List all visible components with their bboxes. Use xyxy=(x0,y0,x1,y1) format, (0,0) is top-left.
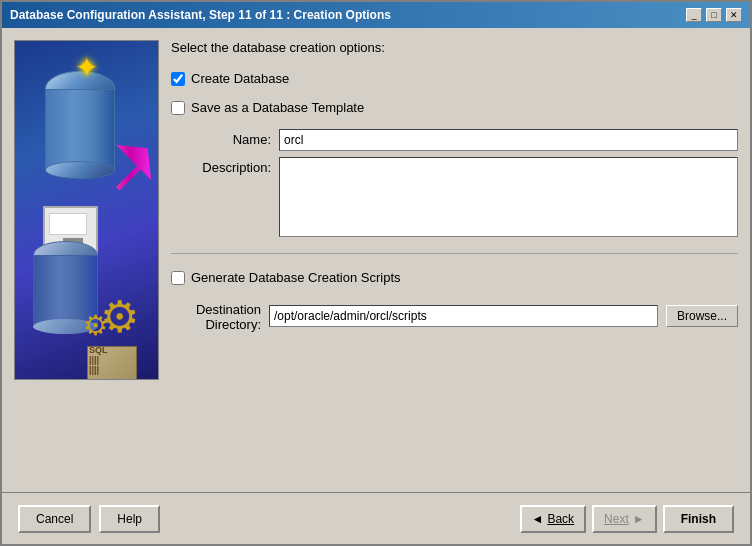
sql-book-text: SQL|||||||| xyxy=(89,346,108,376)
form-panel: Select the database creation options: Cr… xyxy=(171,40,738,480)
db-cylinder-body xyxy=(45,89,115,169)
star-icon: ✦ xyxy=(75,51,98,84)
close-button[interactable]: ✕ xyxy=(726,8,742,22)
gear-small-icon: ⚙ xyxy=(83,309,108,342)
create-db-checkbox[interactable] xyxy=(171,72,185,86)
next-button[interactable]: Next ► xyxy=(592,505,657,533)
instruction-text: Select the database creation options: xyxy=(171,40,738,55)
minimize-button[interactable]: _ xyxy=(686,8,702,22)
title-bar: Database Configuration Assistant, Step 1… xyxy=(2,2,750,28)
description-label: Description: xyxy=(191,157,271,175)
name-row: Name: xyxy=(191,129,738,151)
window-title: Database Configuration Assistant, Step 1… xyxy=(10,8,391,22)
description-row: Description: xyxy=(191,157,738,237)
generate-scripts-row: Generate Database Creation Scripts xyxy=(171,270,738,285)
finish-button[interactable]: Finish xyxy=(663,505,734,533)
browse-button[interactable]: Browse... xyxy=(666,305,738,327)
save-template-row: Save as a Database Template xyxy=(171,100,738,115)
generate-scripts-checkbox[interactable] xyxy=(171,271,185,285)
destination-label: DestinationDirectory: xyxy=(191,299,261,332)
destination-input[interactable] xyxy=(269,305,658,327)
create-db-label: Create Database xyxy=(191,71,289,86)
bottom-bar: Cancel Help ◄ Back Next ► Finish xyxy=(2,492,750,544)
maximize-button[interactable]: □ xyxy=(706,8,722,22)
name-section: Name: Description: xyxy=(191,129,738,237)
db-cylinder-bottom xyxy=(45,161,115,179)
back-button[interactable]: ◄ Back xyxy=(520,505,587,533)
create-db-row: Create Database xyxy=(171,71,738,86)
help-button[interactable]: Help xyxy=(99,505,160,533)
separator xyxy=(171,253,738,254)
back-label: Back xyxy=(547,512,574,526)
destination-row: DestinationDirectory: Browse... xyxy=(191,299,738,332)
description-textarea[interactable] xyxy=(279,157,738,237)
save-template-checkbox[interactable] xyxy=(171,101,185,115)
name-input[interactable] xyxy=(279,129,738,151)
back-arrow-icon: ◄ xyxy=(532,512,544,526)
window-controls: _ □ ✕ xyxy=(686,8,742,22)
cancel-button[interactable]: Cancel xyxy=(18,505,91,533)
main-window: Database Configuration Assistant, Step 1… xyxy=(0,0,752,546)
floppy-label xyxy=(49,213,87,235)
left-buttons: Cancel Help xyxy=(18,505,160,533)
next-label: Next xyxy=(604,512,629,526)
illustration-image: ✦ ⚙ ⚙ SQL|||||||| xyxy=(15,41,158,379)
content-area: ✦ ⚙ ⚙ SQL|||||||| xyxy=(2,28,750,492)
next-arrow-icon: ► xyxy=(633,512,645,526)
illustration-panel: ✦ ⚙ ⚙ SQL|||||||| xyxy=(14,40,159,380)
name-label: Name: xyxy=(191,129,271,147)
right-buttons: ◄ Back Next ► Finish xyxy=(520,505,735,533)
save-template-label: Save as a Database Template xyxy=(191,100,364,115)
generate-scripts-label: Generate Database Creation Scripts xyxy=(191,270,401,285)
